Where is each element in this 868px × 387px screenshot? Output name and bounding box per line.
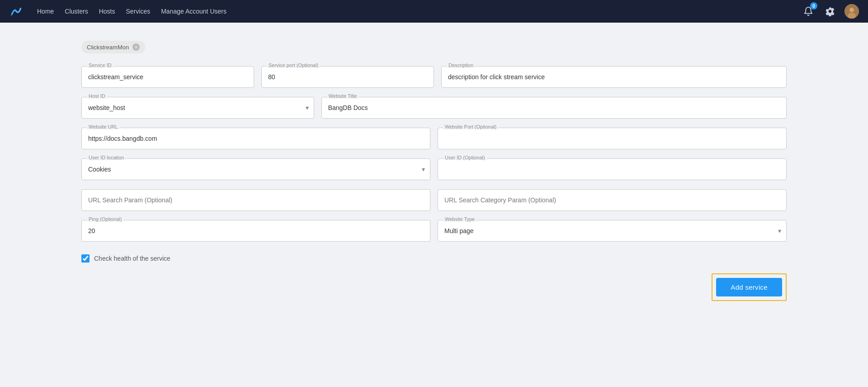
description-label: Description [447,62,475,68]
nav-services[interactable]: Services [126,6,151,17]
ping-label: Ping (Optional) [87,216,123,222]
user-id-location-select-wrapper: Cookies Header Query Param [81,158,430,180]
host-id-select[interactable]: website_host [81,97,314,119]
service-form: Service ID Service port (Optional) Descr… [81,66,787,263]
button-row: Add service [81,273,787,301]
form-row-4: User ID location Cookies Header Query Pa… [81,158,787,180]
brand-logo [9,4,24,19]
website-title-input[interactable] [321,97,787,119]
gear-icon [825,6,835,16]
ping-input[interactable] [81,220,430,242]
website-port-input[interactable] [438,128,787,149]
website-url-input[interactable] [81,128,430,149]
form-row-3: Website URL Website Port (Optional) [81,128,787,149]
tag-chip: ClickstreamMon × [81,41,145,53]
url-search-param-input[interactable] [81,189,430,211]
add-service-button[interactable]: Add service [716,278,782,296]
form-row-5 [81,189,787,211]
user-id-label: User ID (Optional) [443,155,487,160]
nav-manage-users[interactable]: Manage Account Users [161,6,226,17]
description-field: Description [441,66,787,88]
check-health-row: Check health of the service [81,254,787,263]
ping-field: Ping (Optional) [81,220,430,242]
settings-button[interactable] [823,4,837,19]
navbar: Home Clusters Hosts Services Manage Acco… [0,0,868,23]
avatar-image [844,4,859,19]
website-type-select[interactable]: Multi page Single page [438,220,787,242]
user-avatar[interactable] [844,4,859,19]
form-row-1: Service ID Service port (Optional) Descr… [81,66,787,88]
svg-point-1 [849,8,854,12]
navbar-right: 0 [801,4,859,19]
notification-button[interactable]: 0 [801,4,816,19]
website-url-field: Website URL [81,128,430,149]
website-title-field: Website Title [321,97,787,119]
website-url-label: Website URL [87,124,120,129]
website-type-select-wrapper: Multi page Single page [438,220,787,242]
service-port-field: Service port (Optional) [261,66,434,88]
host-id-field: Host ID website_host [81,97,314,119]
url-search-category-input[interactable] [438,189,787,211]
tag-chip-close-button[interactable]: × [132,43,140,51]
user-id-location-select[interactable]: Cookies Header Query Param [81,158,430,180]
service-id-field: Service ID [81,66,254,88]
url-search-param-field [81,189,430,211]
tag-chip-label: ClickstreamMon [87,44,129,51]
service-port-label: Service port (Optional) [267,62,320,68]
nav-hosts[interactable]: Hosts [99,6,115,17]
form-row-2: Host ID website_host Website Title [81,97,787,119]
user-id-location-field: User ID location Cookies Header Query Pa… [81,158,430,180]
description-input[interactable] [441,66,787,88]
host-id-label: Host ID [87,93,107,99]
website-title-label: Website Title [327,93,359,99]
check-health-checkbox[interactable] [81,254,90,263]
website-type-label: Website Type [443,216,476,222]
form-row-6: Ping (Optional) Website Type Multi page … [81,220,787,242]
host-id-select-wrapper: website_host [81,97,314,119]
url-search-category-field [438,189,787,211]
main-content: ClickstreamMon × Service ID Service port… [0,23,868,319]
nav-clusters[interactable]: Clusters [65,6,88,17]
notification-count: 0 [810,2,817,10]
user-id-field: User ID (Optional) [438,158,787,180]
website-port-field: Website Port (Optional) [438,128,787,149]
nav-links: Home Clusters Hosts Services Manage Acco… [37,6,788,17]
website-port-label: Website Port (Optional) [443,124,498,129]
add-service-highlight: Add service [712,273,787,301]
nav-home[interactable]: Home [37,6,54,17]
service-id-label: Service ID [87,62,113,68]
service-port-input[interactable] [261,66,434,88]
check-health-label: Check health of the service [94,255,170,262]
service-id-input[interactable] [81,66,254,88]
website-type-field: Website Type Multi page Single page [438,220,787,242]
user-id-input[interactable] [438,158,787,180]
user-id-location-label: User ID location [87,155,126,160]
